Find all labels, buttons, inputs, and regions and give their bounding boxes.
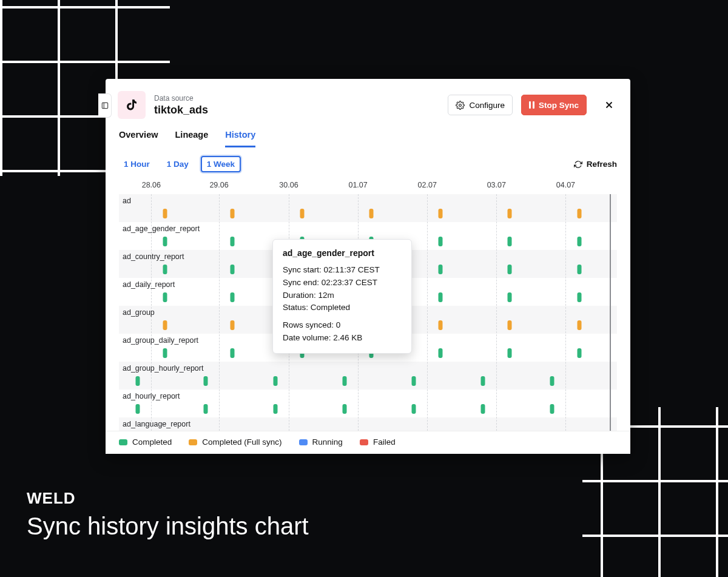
close-button[interactable] — [601, 97, 617, 113]
sync-marker[interactable] — [412, 376, 416, 386]
date-tick: 03.07 — [487, 181, 506, 189]
tooltip-title: ad_age_gender_report — [283, 247, 402, 260]
svg-rect-0 — [102, 103, 107, 108]
sync-marker[interactable] — [163, 320, 167, 330]
sync-marker[interactable] — [439, 320, 443, 330]
row-label: ad_daily_report — [123, 280, 175, 289]
range-1hour[interactable]: 1 Hour — [119, 157, 155, 171]
sync-marker[interactable] — [412, 404, 416, 414]
sync-marker[interactable] — [273, 376, 277, 386]
sync-marker[interactable] — [300, 209, 305, 218]
sync-marker[interactable] — [369, 209, 374, 218]
row-label: ad_hourly_report — [123, 392, 180, 400]
time-range-group: 1 Hour 1 Day 1 Week — [119, 156, 241, 172]
sync-marker[interactable] — [163, 292, 167, 302]
legend: Completed Completed (Full sync) Running … — [106, 431, 630, 454]
tab-overview[interactable]: Overview — [119, 130, 158, 147]
table-row: ad_hourly_report — [119, 390, 617, 417]
sync-marker[interactable] — [481, 376, 485, 386]
legend-running: Running — [299, 437, 343, 447]
row-label: ad_group — [123, 308, 155, 317]
range-1day[interactable]: 1 Day — [162, 157, 194, 171]
date-tick: 30.06 — [279, 181, 298, 189]
row-label: ad_group_daily_report — [123, 336, 198, 345]
table-row: ad_language_report — [119, 417, 617, 431]
table-row: ad_group_hourly_report — [119, 362, 617, 390]
sync-marker[interactable] — [163, 237, 167, 246]
sync-marker[interactable] — [136, 404, 140, 414]
tab-history[interactable]: History — [225, 130, 255, 147]
tiktok-icon — [118, 91, 146, 119]
date-tick: 02.07 — [418, 181, 437, 189]
table-row: ad — [119, 194, 617, 222]
sync-history-chart: 28.0629.0630.0601.0702.0703.0704.07 adad… — [106, 178, 630, 431]
sync-marker[interactable] — [577, 265, 581, 274]
row-label: ad_age_gender_report — [123, 224, 200, 233]
brand-name: WELD — [27, 489, 309, 508]
close-icon — [604, 100, 615, 110]
data-source-panel: Data source tiktok_ads Configure Stop Sy… — [106, 79, 630, 454]
sync-marker[interactable] — [508, 265, 512, 274]
sync-marker[interactable] — [577, 292, 581, 302]
sync-marker[interactable] — [163, 348, 167, 358]
sync-marker[interactable] — [231, 237, 235, 246]
refresh-icon — [574, 160, 582, 169]
range-1week[interactable]: 1 Week — [201, 156, 241, 172]
tab-lineage[interactable]: Lineage — [175, 130, 209, 147]
date-tick: 28.06 — [142, 181, 161, 189]
sync-marker[interactable] — [163, 209, 167, 218]
dock-toggle-button[interactable] — [98, 93, 112, 118]
sync-marker[interactable] — [231, 320, 235, 330]
sync-marker[interactable] — [439, 348, 443, 358]
row-label: ad_language_report — [123, 420, 190, 428]
sync-marker[interactable] — [577, 348, 581, 358]
sync-marker[interactable] — [481, 404, 485, 414]
legend-completed: Completed — [119, 437, 172, 447]
sync-marker[interactable] — [203, 376, 207, 386]
row-label: ad — [123, 197, 131, 205]
sync-marker[interactable] — [342, 404, 346, 414]
data-source-name: tiktok_ads — [154, 104, 208, 116]
sync-marker[interactable] — [508, 320, 512, 330]
date-tick: 01.07 — [348, 181, 367, 189]
stop-sync-button[interactable]: Stop Sync — [521, 95, 587, 115]
sync-marker[interactable] — [439, 209, 443, 218]
sync-marker[interactable] — [550, 404, 554, 414]
legend-completed-full: Completed (Full sync) — [189, 437, 281, 447]
svg-point-1 — [459, 104, 462, 106]
sync-marker[interactable] — [550, 376, 554, 386]
date-tick: 04.07 — [556, 181, 575, 189]
sync-marker[interactable] — [231, 292, 235, 302]
sync-marker[interactable] — [508, 292, 512, 302]
configure-button[interactable]: Configure — [448, 95, 513, 115]
pause-icon — [529, 101, 534, 109]
row-label: ad_group_hourly_report — [123, 364, 203, 373]
sync-marker[interactable] — [577, 209, 581, 218]
sync-marker[interactable] — [439, 237, 443, 246]
sync-marker[interactable] — [577, 237, 581, 246]
sync-marker[interactable] — [439, 292, 443, 302]
sync-marker[interactable] — [508, 209, 512, 218]
legend-failed: Failed — [360, 437, 396, 447]
sync-tooltip: ad_age_gender_report Sync start: 02:11:3… — [272, 239, 412, 354]
page-subtitle: Sync history insights chart — [27, 513, 309, 540]
tab-bar: Overview Lineage History — [106, 126, 630, 147]
gear-icon — [456, 101, 465, 110]
sync-marker[interactable] — [136, 376, 140, 386]
sync-marker[interactable] — [231, 265, 235, 274]
data-source-label: Data source — [154, 94, 208, 103]
sync-marker[interactable] — [203, 404, 207, 414]
sync-marker[interactable] — [163, 265, 167, 274]
row-label: ad_country_report — [123, 252, 184, 261]
sync-marker[interactable] — [439, 265, 443, 274]
sync-marker[interactable] — [231, 209, 235, 218]
sync-marker[interactable] — [273, 404, 277, 414]
refresh-button[interactable]: Refresh — [574, 160, 617, 169]
sync-marker[interactable] — [508, 348, 512, 358]
sync-marker[interactable] — [342, 376, 346, 386]
sync-marker[interactable] — [231, 348, 235, 358]
date-tick: 29.06 — [209, 181, 228, 189]
sync-marker[interactable] — [508, 237, 512, 246]
sync-marker[interactable] — [577, 320, 581, 330]
